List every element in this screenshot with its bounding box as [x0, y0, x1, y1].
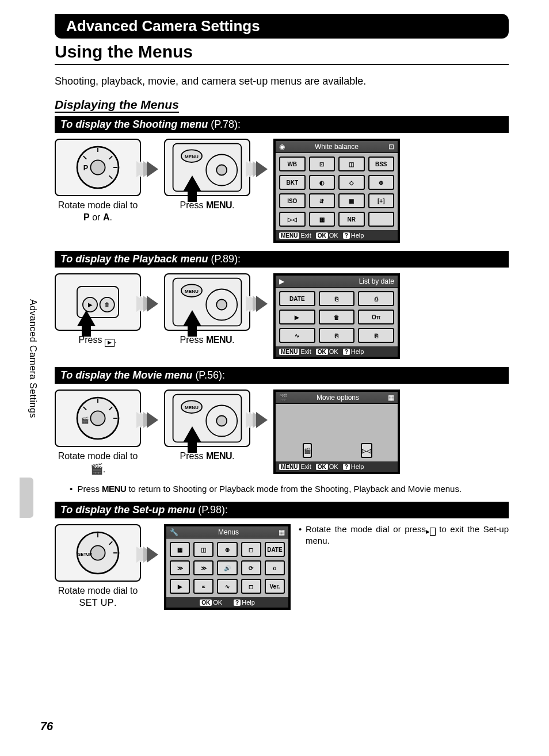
menu-option-icon: ◻ — [241, 542, 261, 557]
arrow-icon — [256, 161, 268, 177]
page-number: 76 — [40, 720, 53, 733]
bar-playback: To display the Playback menu (P.89): — [55, 251, 509, 268]
section-title: Using the Menus — [55, 42, 509, 65]
svg-text:🗑: 🗑 — [104, 301, 110, 308]
row-setup: SETUP Rotate mode dial to SET UP. 🔧Menus… — [55, 524, 509, 610]
menu-option-icon: DATE — [279, 291, 315, 306]
bar-movie: To display the Movie menu (P.56): — [55, 367, 509, 384]
menu-option-icon: ⇵ — [309, 193, 336, 208]
svg-text:MENU: MENU — [185, 289, 199, 294]
menu-option-icon: ∿ — [279, 328, 315, 343]
bar-movie-ref: (P.56): — [192, 369, 225, 381]
svg-text:MENU: MENU — [185, 154, 199, 159]
svg-point-22 — [216, 300, 227, 310]
bar-movie-bold: To display the Movie menu — [60, 369, 192, 381]
menu-option-icon: ◐ — [309, 175, 336, 190]
play-icon: ▶ — [279, 277, 284, 285]
grid-icon: ▦ — [279, 528, 285, 536]
menu-option-icon: 🗑 — [319, 310, 355, 324]
menu-option-icon: ≫ — [170, 560, 190, 575]
svg-text:🎬: 🎬 — [81, 417, 89, 424]
row-playback: ▶🗑 Press . MENU Press MENU. ▶List by dat… — [55, 273, 509, 359]
menu-button-illustration: MENU — [164, 390, 250, 447]
bar-setup: To display the Set-up menu (P.98): — [55, 502, 509, 518]
svg-point-34 — [216, 416, 227, 426]
screen-title: White balance — [315, 143, 359, 151]
menu-option-icon: 🔊 — [217, 560, 237, 575]
menu-option-icon: WB — [279, 156, 306, 171]
menu-button-illustration: MENU — [164, 139, 250, 196]
arrow-icon — [256, 412, 268, 428]
menu-option-icon: ◫ — [338, 156, 365, 171]
menu-option-icon: ⊡ — [309, 156, 336, 171]
arrow-icon — [256, 296, 268, 312]
arrow-icon — [147, 296, 158, 312]
note-menu-return: • Press MENU to return to Shooting or Pl… — [55, 484, 509, 494]
side-tab-label: Advanced Camera Settings — [28, 299, 38, 418]
menu-option-icon: NR — [338, 212, 365, 227]
menu-option-icon: ◫ — [193, 542, 214, 557]
menu-option-icon: ◻ — [241, 579, 261, 594]
playback-button-illustration: ▶🗑 — [55, 273, 141, 331]
screen-title: Menus — [218, 528, 239, 536]
shooting-menu-screen: ◉White balance⊡ WB⊡◫BSSBKT◐◇⊛ISO⇵▦[+]▷◁▦… — [273, 139, 400, 243]
svg-text:MENU: MENU — [185, 405, 199, 410]
caption-rotate-pa: Rotate mode dial to P or A. — [55, 200, 141, 224]
caption-rotate-movie: Rotate mode dial to 🎬. — [55, 450, 141, 476]
menu-option-icon: Ver. — [265, 579, 285, 594]
menu-option-icon: ▶ — [170, 579, 190, 594]
svg-point-12 — [216, 165, 227, 175]
menu-option-icon: ∿ — [217, 579, 237, 594]
bar-playback-ref: (P.89): — [208, 253, 241, 265]
arrow-icon — [147, 547, 158, 563]
screen-title: Movie options — [317, 394, 359, 402]
screen-title: List by date — [359, 277, 394, 285]
bar-setup-bold: To display the Set-up menu — [60, 504, 195, 516]
caption-press-menu: Press MENU. — [164, 450, 250, 463]
movie-menu-screen: 🎬Movie options▦ 🎬▷◁ MENUExit OKOK ?Help — [273, 390, 400, 474]
bar-shooting: To display the Shooting menu (P.78): — [55, 116, 509, 133]
wb-icon: ⊡ — [388, 143, 394, 151]
side-tab-nub — [20, 478, 33, 518]
svg-text:P: P — [83, 164, 88, 172]
menu-option-icon: ▷◁ — [361, 443, 372, 458]
caption-rotate-setup: Rotate mode dial to SET UP. — [55, 585, 141, 609]
menu-button-illustration: MENU — [164, 273, 250, 331]
menu-option-icon: DATE — [265, 542, 285, 557]
menu-option-icon: ⎘ — [319, 291, 355, 306]
arrow-icon — [147, 161, 158, 177]
menu-option-icon: ⊛ — [368, 175, 395, 190]
mode-dial-illustration: 🎬 — [55, 390, 141, 447]
menu-option-icon: 🎬 — [303, 443, 312, 458]
menu-option-icon: ▦ — [170, 542, 190, 557]
menu-option-icon: ⟳ — [241, 560, 261, 575]
wrench-icon: 🔧 — [170, 528, 178, 536]
bar-playback-bold: To display the Playback menu — [60, 253, 208, 265]
menu-option-icon: ⎘ — [319, 328, 355, 343]
intro-text: Shooting, playback, movie, and camera se… — [55, 75, 509, 87]
mode-dial-illustration: SETUP — [55, 524, 141, 582]
caption-press-menu: Press MENU. — [164, 200, 250, 212]
play-icon — [105, 339, 115, 347]
mode-dial-illustration: P — [55, 139, 141, 196]
svg-text:SETUP: SETUP — [78, 552, 92, 558]
menu-option-icon: ≫ — [193, 560, 214, 575]
play-icon — [430, 528, 436, 536]
caption-press-menu: Press MENU. — [164, 334, 250, 346]
menu-option-icon: ⎘ — [358, 328, 394, 343]
menu-option-icon: BSS — [368, 156, 395, 171]
menu-option-icon: BKT — [279, 175, 306, 190]
row-movie: 🎬 Rotate mode dial to 🎬. MENU Press MENU… — [55, 390, 509, 476]
arrow-icon — [147, 412, 158, 428]
menu-option-icon: ⎙ — [358, 291, 394, 306]
bar-shooting-ref: (P.78): — [208, 119, 241, 130]
setup-menu-screen: 🔧Menus▦ ▦◫⊕◻DATE≫≫🔊⟳⎌▶∝∿◻Ver. OKOK ?Help — [164, 524, 291, 610]
bar-setup-ref: (P.98): — [195, 504, 228, 516]
chapter-header: Advanced Camera Settings — [55, 14, 509, 39]
row-shooting: P Rotate mode dial to P or A. MENU Press… — [55, 139, 509, 243]
menu-option-icon: ▦ — [338, 193, 365, 208]
movie-opt-icon: ▦ — [388, 394, 394, 402]
menu-option-icon: ⎌ — [265, 560, 285, 575]
note-setup-exit: • Rotate the mode dial or press to exit … — [294, 524, 509, 545]
menu-option-icon: ⊕ — [217, 542, 237, 557]
